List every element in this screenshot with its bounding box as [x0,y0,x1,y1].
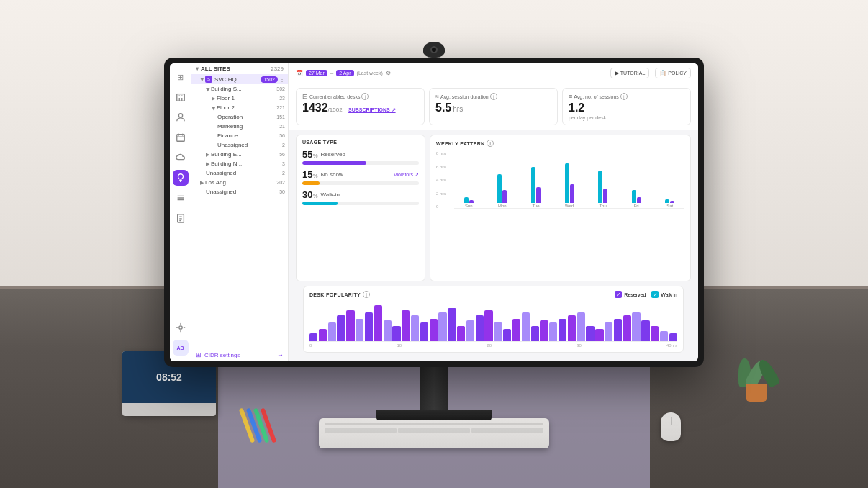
los-ang-count: 202 [276,180,285,185]
checkbox-reserved[interactable]: ✓ [615,291,622,298]
home-icon[interactable]: ⊞ [173,69,189,85]
desk-popularity-section: DESK POPULARITY i ✓ Reserved [289,286,698,361]
bar-wed-walkin [570,184,574,203]
tree-item-marketing[interactable]: Marketing 21 [191,122,288,131]
usage-reserved: 55% Reserved [302,149,419,165]
popularity-bar [484,310,492,341]
info-icon-2[interactable]: i [490,93,497,100]
date-settings-icon[interactable]: ⚙ [386,70,391,76]
day-label-wed: Wed [565,204,574,208]
svc-hq-label: SVC HQ [214,76,259,83]
floor1-count: 23 [279,96,285,101]
info-icon-3[interactable]: i [620,93,628,100]
tree-item-finance[interactable]: Finance 56 [191,131,288,140]
bar-fri-walkin [637,197,641,203]
unassigned-svc-label: Unassigned [206,170,281,176]
app-container: ⊞ [170,63,698,361]
popularity-title: DESK POPULARITY i [309,291,370,298]
tree-item-building-e[interactable]: ▶ Building E... 56 [191,150,288,159]
checkbox-walkin[interactable]: ✓ [651,291,659,298]
day-label-fri: Fri [634,204,639,208]
popularity-bar [595,329,603,341]
building-icon[interactable] [173,89,189,105]
bar-sun-walkin [469,200,474,203]
date-range: 📅 27 Mar – 2 Apr (Last week) ⚙ [296,70,391,76]
popularity-bar [374,305,382,341]
tree-item-unassigned-f2[interactable]: Unassigned 2 [191,140,288,150]
day-fri: Fri [622,190,651,208]
y-axis: 8 hrs 6 hrs 4 hrs 2 hrs 0 [436,151,446,209]
info-icon-popularity[interactable]: i [363,291,370,298]
tutorial-button[interactable]: ▶ TUTORIAL [610,68,650,78]
popularity-bar [337,315,345,341]
monitor-stand-base [376,410,492,420]
metric-value-3: 1.2 [569,102,684,114]
bar-sat-walkin [670,201,674,203]
calendar-icon[interactable] [173,130,189,145]
floor2-label: Floor 2 [217,104,275,111]
list-icon[interactable] [173,190,189,206]
info-icon-weekly[interactable]: i [487,140,494,147]
tree-item-operation[interactable]: Operation 151 [191,112,288,122]
cloud-icon[interactable] [173,150,189,166]
marketing-label: Marketing [217,123,278,130]
metric-session-duration: ≈ Avg. session duration i 5.5hrs [429,88,558,125]
popularity-bar [540,320,548,341]
metric-no-sessions: ≡ Avg. no. of sessions i 1.2 per day per… [562,88,691,125]
metric-title-3: ≡ Avg. no. of sessions i [569,93,684,100]
day-label-mon: Mon [498,204,507,208]
popularity-x-axis: 0 10 20 30 40hrs [309,343,677,348]
bar-mon-walkin [502,190,507,203]
unassigned-la-count: 50 [279,189,285,194]
popularity-bar [605,322,612,341]
metric-enabled-desks: ⊟ Current enabled desks i 1432/1502 SUBS… [296,88,425,125]
operation-label: Operation [217,114,275,120]
policy-button[interactable]: 📋 POLICY [655,68,691,78]
violators-link[interactable]: Violators ↗ [394,172,419,178]
popularity-bar [392,326,400,341]
doc-icon[interactable] [173,210,189,226]
popularity-bar [365,312,373,341]
metric-title-1: ⊟ Current enabled desks i [302,93,418,100]
tree-item-svc-hq[interactable]: ▶ S SVC HQ 1502 ⋮ [191,74,288,84]
date-sep: – [330,70,333,76]
weekly-pattern-title: WEEKLY PATTERN i [436,140,684,147]
tree-item-floor1[interactable]: ▶ Floor 1 23 [191,94,288,103]
day-label-sun: Sun [465,204,473,208]
tree-item-floor2[interactable]: ▶ Floor 2 221 [191,103,288,112]
popularity-bar [430,319,438,341]
popularity-bar [420,322,428,341]
settings-icon[interactable] [173,320,189,335]
usage-type-title: USAGE TYPE [302,140,419,145]
bulb-icon[interactable] [173,170,189,186]
subscriptions-link[interactable]: SUBSCRIPTIONS ↗ [348,107,396,112]
bar-mon-reserved [497,174,502,203]
cidr-settings-footer[interactable]: ⊞ CIDR settings → [191,348,288,361]
bar-sat-reserved [665,199,669,203]
calendar-icon-header: 📅 [296,70,303,76]
popularity-bar [476,315,484,341]
tree-item-building-n[interactable]: ▶ Building N... 3 [191,159,288,168]
people-icon[interactable] [173,109,189,125]
tree-item-unassigned-la[interactable]: Unassigned 50 [191,187,288,196]
user-avatar[interactable]: AB [173,340,189,356]
svc-hq-dots[interactable]: ⋮ [279,76,285,83]
popularity-bar [494,322,502,341]
desk-popularity-card: DESK POPULARITY i ✓ Reserved [303,286,684,353]
popularity-bar [559,319,566,341]
info-icon-1[interactable]: i [361,93,369,100]
weekly-bars-container: Sun Mon [454,151,684,209]
tree-item-unassigned-svc[interactable]: Unassigned 2 [191,168,288,178]
tree-item-los-ang[interactable]: ▶ Los Ang... 202 [191,178,288,187]
popularity-bar [568,315,576,341]
popularity-bar [309,333,317,341]
tree-item-building-s[interactable]: ▶ Building S... 302 [191,84,288,94]
popularity-bar [356,319,363,341]
date-end: 2 Apr [336,70,353,76]
metric-value-2: 5.5hrs [435,102,551,114]
popularity-legend: ✓ Reserved ✓ Walk in [615,291,677,298]
day-mon: Mon [488,174,517,208]
svg-point-20 [178,326,181,329]
finance-label: Finance [217,132,278,139]
popularity-bar [503,329,511,341]
